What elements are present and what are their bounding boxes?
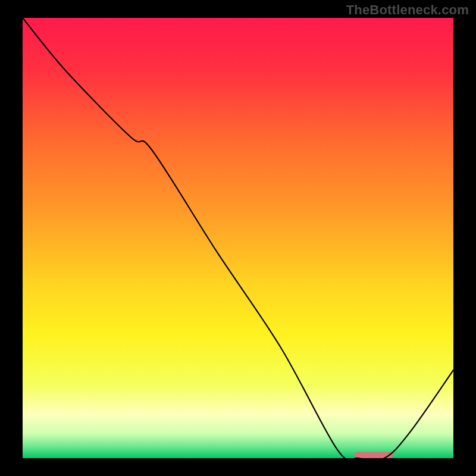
plot-area [23,18,453,458]
background-gradient [23,18,453,458]
gradient-rect [23,18,453,458]
gradient-svg [23,18,453,458]
watermark-text: TheBottleneck.com [346,2,469,18]
chart-frame: TheBottleneck.com [0,0,476,476]
